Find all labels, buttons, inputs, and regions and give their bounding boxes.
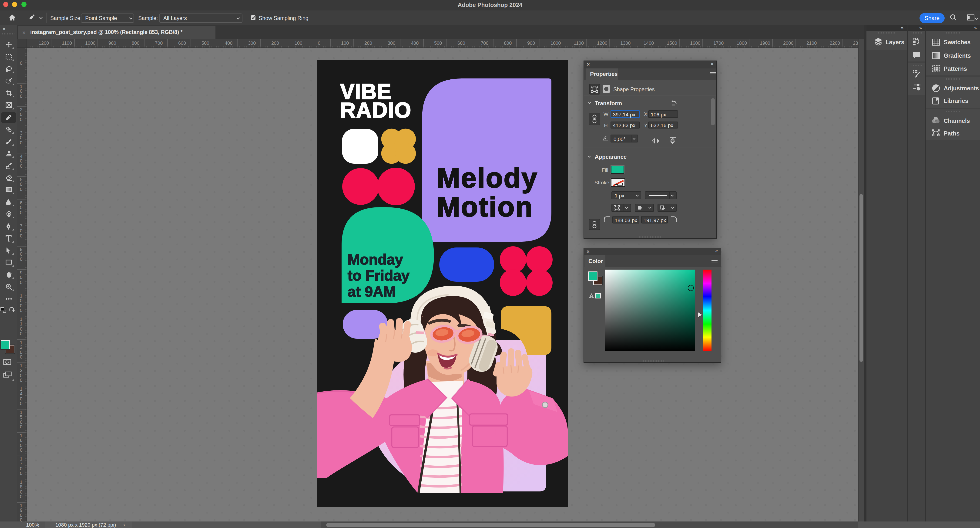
svg-text:Monday: Monday (347, 251, 403, 267)
svg-text:Motion: Motion (437, 191, 533, 222)
svg-text:RADIO: RADIO (340, 98, 411, 122)
svg-text:at 9AM: at 9AM (347, 283, 396, 299)
svg-text:to Friday: to Friday (347, 267, 409, 283)
svg-text:Melody: Melody (437, 162, 538, 193)
